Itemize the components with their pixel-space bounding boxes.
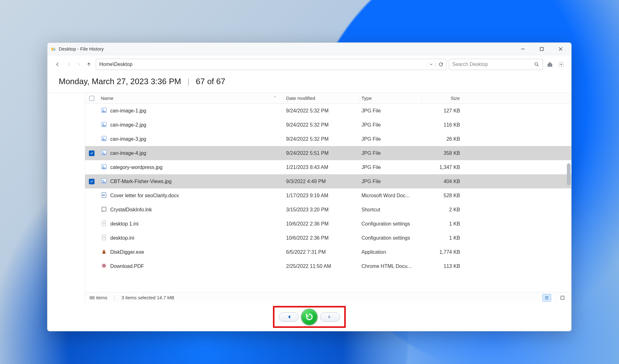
annotation-highlight — [273, 306, 346, 328]
address-path: Home\Desktop — [96, 62, 426, 67]
address-bar[interactable]: Home\Desktop — [96, 59, 446, 70]
details-view-button[interactable] — [542, 294, 551, 302]
svg-point-2 — [535, 62, 538, 65]
select-all-checkbox[interactable] — [89, 96, 94, 101]
file-type: Microsoft Word Doc... — [361, 193, 410, 198]
icons-view-button[interactable] — [558, 294, 567, 302]
search-placeholder: Search Desktop — [452, 62, 534, 67]
window-title: Desktop - File History — [59, 46, 104, 52]
file-row[interactable]: WCover letter for seoClarity.docx1/17/20… — [85, 188, 571, 203]
file-name: desktop.ini — [110, 235, 134, 241]
close-button[interactable] — [551, 43, 570, 55]
svg-point-3 — [561, 64, 562, 65]
file-type: Configuration settings — [361, 235, 410, 241]
file-row[interactable]: CrystalDiskInfo.lnk3/15/2023 3:20 PMShor… — [85, 203, 571, 217]
file-size: 2 KB — [449, 207, 460, 213]
file-size: 127 KB — [444, 108, 460, 114]
file-date: 1/21/2023 8:43 AM — [286, 165, 328, 170]
column-headers: Name ˄ Date modified Type Size — [85, 93, 571, 104]
snapshot-header: Monday, March 27, 2023 3:36 PM | 67 of 6… — [47, 73, 571, 93]
sort-indicator-icon: ˄ — [274, 95, 276, 101]
file-type-icon — [101, 164, 107, 171]
forward-button[interactable] — [64, 60, 73, 69]
file-row[interactable]: category-wordpress.jpg1/21/2023 8:43 AMJ… — [85, 160, 571, 174]
file-row[interactable]: can-image-1.jpg9/24/2022 5:32 PMJPG File… — [85, 104, 571, 118]
minimize-button[interactable] — [513, 43, 532, 55]
home-button[interactable] — [546, 60, 554, 69]
file-name: Cover letter for seoClarity.docx — [110, 193, 179, 198]
file-name: can-image-1.jpg — [110, 108, 146, 114]
file-type: Shortcut — [361, 207, 380, 213]
file-type: JPG File — [361, 150, 381, 156]
navigation-toolbar: ⟍ Home\Desktop Search Desktop — [47, 55, 571, 73]
file-name: CBT-Mark-Fisher-Views.jpg — [110, 179, 171, 184]
file-type-icon — [101, 248, 107, 256]
file-area: Name ˄ Date modified Type Size can-image… — [47, 93, 571, 303]
file-name: can-image-2.jpg — [110, 122, 146, 128]
file-name: DiskDigger.exe — [110, 249, 144, 255]
file-type: JPG File — [361, 108, 381, 114]
file-row[interactable]: can-image-3.jpg9/24/2022 5:32 PMJPG File… — [85, 132, 571, 146]
file-type-icon — [101, 135, 107, 143]
settings-button[interactable] — [557, 60, 566, 69]
file-type-icon — [101, 206, 107, 214]
column-type[interactable]: Type — [359, 93, 422, 103]
column-size[interactable]: Size — [422, 93, 463, 103]
row-checkbox[interactable] — [89, 179, 95, 184]
file-date: 6/5/2022 7:31 PM — [286, 249, 326, 255]
file-date: 9/3/2022 4:48 PM — [286, 179, 326, 184]
file-type-icon — [101, 234, 107, 242]
file-row[interactable]: CBT-Mark-Fisher-Views.jpg9/3/2022 4:48 P… — [85, 174, 571, 188]
file-date: 9/24/2022 5:51 PM — [286, 150, 329, 156]
status-total: 88 items — [90, 295, 107, 300]
up-button[interactable] — [84, 60, 93, 69]
status-selection: 3 items selected 14.7 MB — [122, 295, 174, 300]
file-date: 10/6/2022 2:36 PM — [286, 235, 329, 241]
svg-point-27 — [103, 265, 105, 266]
file-type: Configuration settings — [361, 221, 410, 227]
svg-point-5 — [103, 109, 104, 110]
file-row[interactable]: can-image-2.jpg9/24/2022 5:32 PMJPG File… — [85, 118, 571, 132]
file-type: JPG File — [361, 136, 381, 142]
app-icon — [51, 46, 56, 52]
file-date: 1/17/2023 9:19 AM — [286, 193, 328, 198]
file-row[interactable]: can-image-4.jpg9/24/2022 5:51 PMJPG File… — [85, 146, 571, 160]
file-type: Application — [361, 249, 386, 255]
file-size: 1 KB — [449, 235, 460, 241]
file-size: 1 KB — [449, 221, 460, 227]
column-checkbox[interactable] — [85, 93, 98, 103]
svg-rect-28 — [561, 296, 564, 299]
file-type: JPG File — [361, 165, 381, 170]
file-row[interactable]: DiskDigger.exe6/5/2022 7:31 PMApplicatio… — [85, 245, 571, 259]
svg-point-13 — [103, 166, 104, 167]
scrollbar-thumb[interactable] — [567, 163, 571, 185]
file-size: 116 KB — [444, 122, 460, 128]
svg-rect-22 — [102, 235, 106, 240]
file-date: 3/15/2023 3:20 PM — [286, 207, 329, 213]
refresh-button[interactable] — [435, 62, 446, 67]
file-size: 528 KB — [444, 193, 460, 198]
file-row[interactable]: Download.PDF2/25/2022 11:50 AMChrome HTM… — [85, 259, 571, 273]
file-name: can-image-4.jpg — [110, 150, 146, 156]
file-name: desktop 1.ini — [110, 221, 138, 227]
back-button[interactable] — [53, 60, 62, 69]
file-type-icon: W — [101, 192, 107, 199]
row-checkbox[interactable] — [89, 150, 95, 156]
svg-rect-20 — [102, 220, 106, 226]
search-input[interactable]: Search Desktop — [449, 59, 543, 70]
column-name[interactable]: Name ˄ — [98, 93, 284, 103]
file-list: Name ˄ Date modified Type Size can-image… — [85, 93, 571, 303]
file-rows: can-image-1.jpg9/24/2022 5:32 PMJPG File… — [85, 104, 571, 292]
address-dropdown-icon[interactable] — [426, 62, 435, 67]
file-row[interactable]: desktop.ini10/6/2022 2:36 PMConfiguratio… — [85, 231, 571, 245]
file-row[interactable]: desktop 1.ini10/6/2022 2:36 PMConfigurat… — [85, 217, 571, 231]
file-type: JPG File — [361, 179, 381, 184]
column-date[interactable]: Date modified — [284, 93, 359, 103]
file-date: 9/24/2022 5:32 PM — [286, 122, 329, 128]
svg-point-24 — [103, 250, 105, 251]
breadcrumb-separator-icon: ⟍ — [76, 62, 82, 67]
maximize-button[interactable] — [532, 43, 551, 55]
titlebar: Desktop - File History — [47, 43, 571, 55]
file-type: Chrome HTML Docu... — [361, 263, 411, 269]
side-panel — [47, 93, 85, 303]
